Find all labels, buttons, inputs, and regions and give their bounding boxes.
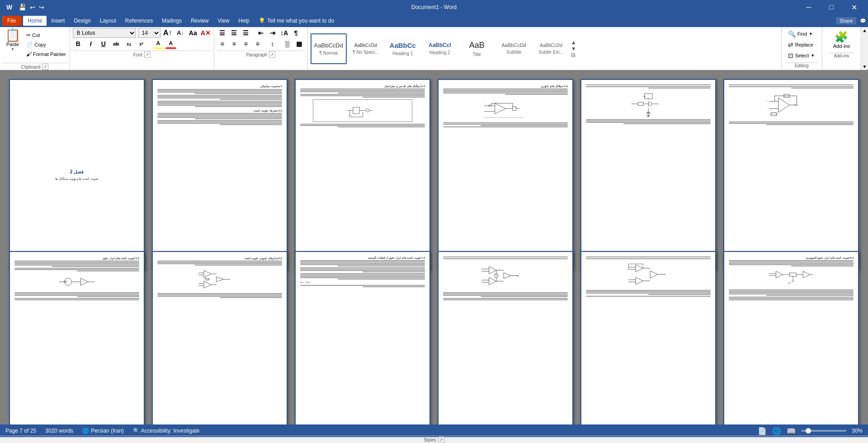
menu-home[interactable]: Home bbox=[23, 16, 47, 26]
page-9[interactable]: 7-2 تقویت کننده های ابزار دقیق از قطعات … bbox=[295, 251, 430, 425]
svg-marker-69 bbox=[489, 277, 496, 284]
styles-scroll-up[interactable]: ▲ bbox=[571, 39, 576, 46]
menu-review[interactable]: Review bbox=[186, 16, 213, 26]
page-5-content: R₁ bbox=[586, 84, 711, 265]
styles-scroll-down[interactable]: ▼ bbox=[571, 46, 576, 52]
view-web[interactable]: 🌐 bbox=[772, 426, 781, 435]
quick-access-undo[interactable]: ↩ bbox=[30, 4, 35, 11]
align-center-button[interactable]: ≡ bbox=[229, 39, 240, 49]
ribbon-scroll-up[interactable]: ▲ bbox=[863, 28, 867, 33]
page-8[interactable]: 6-2 مدارهای عمومی تقویت کننده bbox=[152, 251, 288, 425]
cut-button[interactable]: ✂ Cut bbox=[24, 31, 68, 39]
menu-view[interactable]: View bbox=[213, 16, 234, 26]
align-right-button[interactable]: ≡ bbox=[241, 39, 251, 49]
menu-layout[interactable]: Layout bbox=[95, 16, 121, 26]
show-marks-button[interactable]: ¶ bbox=[291, 28, 302, 38]
svg-marker-86 bbox=[636, 277, 643, 284]
paste-button[interactable]: 📋 Paste ▼ bbox=[2, 27, 24, 62]
bullets-button[interactable]: ☰ bbox=[217, 28, 228, 38]
addins-button[interactable]: 🧩 Add-ins bbox=[830, 29, 854, 51]
zoom-slider[interactable] bbox=[801, 430, 846, 432]
increase-indent-button[interactable]: ⇥ bbox=[267, 28, 278, 38]
change-case-button[interactable]: Aa bbox=[188, 28, 198, 38]
share-button[interactable]: Share bbox=[836, 17, 856, 24]
subscript-button[interactable]: x₂ bbox=[123, 39, 134, 49]
format-painter-button[interactable]: 🖌 Format Painter bbox=[24, 50, 68, 58]
page-1[interactable]: فصل 2 تقویت کننده ها و تهویه سیگنال ها bbox=[9, 79, 145, 270]
view-read[interactable]: 📖 bbox=[787, 426, 796, 435]
comments-button[interactable]: 💬 bbox=[860, 18, 866, 24]
styles-expand[interactable]: ↗ bbox=[438, 437, 444, 443]
menu-help[interactable]: Help bbox=[234, 16, 254, 26]
page-12[interactable]: 8-2 تقویت کننده های ابزار دقیق کامپیوتری bbox=[723, 251, 859, 425]
shading-button[interactable]: ▒ bbox=[282, 39, 293, 49]
style-heading2[interactable]: AaBbCcl Heading 2 bbox=[422, 33, 458, 64]
increase-font-button[interactable]: A↑ bbox=[162, 28, 173, 38]
copy-button[interactable]: 📄 Copy bbox=[24, 41, 68, 49]
italic-button[interactable]: I bbox=[85, 39, 96, 49]
borders-button[interactable]: ▦ bbox=[294, 39, 305, 49]
zoom-thumb bbox=[806, 428, 811, 434]
paragraph-expand[interactable]: ↗ bbox=[269, 51, 275, 58]
page-2[interactable]: 1-محدوده دینامیکی: 2-2 مقدرها: تقویت کنن… bbox=[152, 79, 288, 270]
sort-button[interactable]: ↕A bbox=[279, 28, 290, 38]
menu-file[interactable]: File bbox=[2, 16, 21, 26]
font-label-row: Font ↗ bbox=[73, 51, 211, 58]
language-icon: 🌐 bbox=[82, 428, 89, 434]
decrease-font-button[interactable]: A↓ bbox=[175, 28, 186, 38]
justify-button[interactable]: ≡ bbox=[252, 39, 263, 49]
page-11[interactable]: Vo bbox=[580, 251, 716, 425]
page-6[interactable]: + - Vout bbox=[723, 79, 859, 270]
ribbon-scroll-down[interactable]: ▼ bbox=[863, 64, 867, 69]
clear-formatting-button[interactable]: A✕ bbox=[200, 28, 211, 38]
bold-button[interactable]: B bbox=[73, 39, 84, 49]
minimize-button[interactable]: ─ bbox=[798, 0, 819, 14]
page-7[interactable]: 5-2 تقویت کننده های ابزار دقیق 1A bbox=[9, 251, 145, 425]
quick-access-redo[interactable]: ↪ bbox=[39, 4, 44, 11]
menu-references[interactable]: References bbox=[121, 16, 157, 26]
replace-button[interactable]: ⇄ Replace bbox=[785, 40, 818, 50]
page-8-content: 6-2 مدارهای عمومی تقویت کننده bbox=[157, 256, 282, 425]
line-spacing-button[interactable]: ↕ bbox=[267, 39, 278, 49]
accessibility-status[interactable]: 🔍 Accessibility: Investigate bbox=[133, 428, 200, 434]
menu-insert[interactable]: Insert bbox=[47, 16, 69, 26]
maximize-button[interactable]: □ bbox=[821, 0, 842, 14]
highlight-button[interactable]: A bbox=[153, 39, 164, 49]
align-left-button[interactable]: ≡ bbox=[217, 39, 228, 49]
find-button[interactable]: 🔍 Find ▼ bbox=[785, 29, 818, 39]
font-size-select[interactable]: 14 bbox=[138, 28, 160, 38]
svg-marker-53 bbox=[80, 278, 88, 285]
page-10[interactable]: Rg Vout + - bbox=[438, 251, 573, 425]
styles-more[interactable]: ⊟ bbox=[571, 52, 576, 58]
page-5[interactable]: R₁ bbox=[580, 79, 716, 270]
quick-access-save[interactable]: 💾 bbox=[19, 4, 26, 11]
svg-text:+: + bbox=[484, 100, 485, 102]
menu-design[interactable]: Design bbox=[69, 16, 95, 26]
style-normal[interactable]: AaBbCcDd ¶ Normal bbox=[311, 33, 347, 64]
superscript-button[interactable]: x² bbox=[136, 39, 147, 49]
select-button[interactable]: ⊡ Select ▼ bbox=[785, 51, 818, 61]
svg-marker-85 bbox=[636, 265, 643, 272]
clipboard-expand[interactable]: ↗ bbox=[42, 64, 48, 70]
decrease-indent-button[interactable]: ⇤ bbox=[255, 28, 266, 38]
page-3[interactable]: 2-3 سیگنال های تک سر و دیفرانسل bbox=[295, 79, 430, 270]
style-heading1[interactable]: AaBbCc Heading 1 bbox=[385, 33, 421, 64]
font-expand[interactable]: ↗ bbox=[144, 51, 151, 58]
multilevel-button[interactable]: ☰ bbox=[241, 28, 251, 38]
underline-button[interactable]: U bbox=[98, 39, 109, 49]
style-subtitle[interactable]: AaBbCcDd Subtitle bbox=[496, 33, 532, 64]
svg-text:Vout: Vout bbox=[794, 104, 798, 106]
font-name-select[interactable]: B Lotus bbox=[73, 28, 136, 38]
menu-mailings[interactable]: Mailings bbox=[157, 16, 186, 26]
numbering-button[interactable]: ☰ bbox=[229, 28, 240, 38]
font-color-button[interactable]: A bbox=[165, 39, 176, 49]
style-subtle-em[interactable]: AaBbCcDd Subtle Em... bbox=[533, 33, 569, 64]
style-no-spacing[interactable]: AaBbCcDd ¶ No Spaci... bbox=[348, 33, 384, 64]
style-title[interactable]: AaB Title bbox=[459, 33, 495, 64]
page-4[interactable]: 4-2 سیگنال های بانچ پن bbox=[438, 79, 573, 270]
page-7-content: 5-2 تقویت کننده های ابزار دقیق 1A bbox=[14, 256, 139, 425]
strikethrough-button[interactable]: ab bbox=[111, 39, 122, 49]
view-print[interactable]: 📄 bbox=[758, 426, 767, 435]
close-button[interactable]: ✕ bbox=[844, 0, 864, 14]
menu-tell-me[interactable]: 💡 Tell me what you want to do bbox=[254, 16, 339, 26]
